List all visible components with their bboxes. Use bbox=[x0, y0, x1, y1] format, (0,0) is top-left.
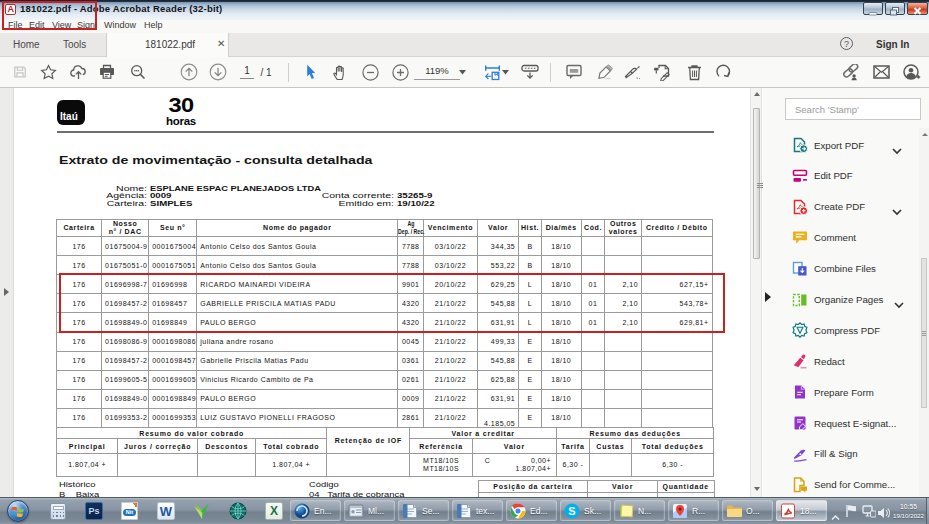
svg-text:S: S bbox=[568, 505, 575, 517]
